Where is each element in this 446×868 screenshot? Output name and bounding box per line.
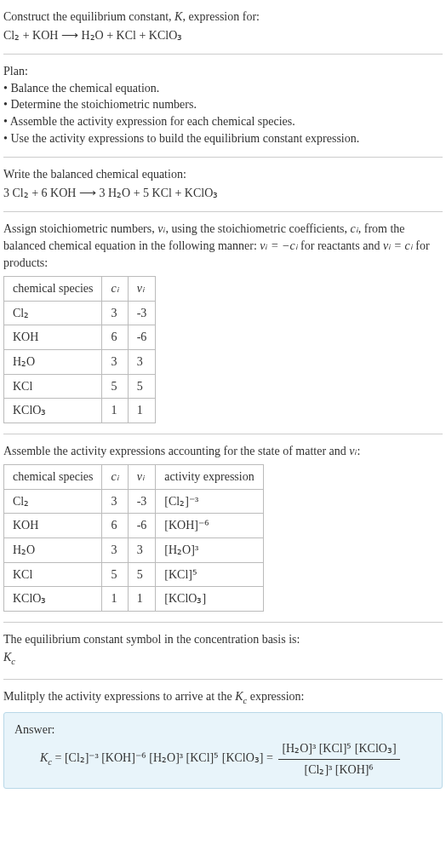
divider bbox=[3, 211, 443, 212]
cell-species: KOH bbox=[4, 514, 102, 538]
col-ci: cᵢ bbox=[102, 277, 128, 302]
col-nu: νᵢ bbox=[128, 277, 156, 302]
eq-rhs: H₂O + KCl + KClO₃ bbox=[81, 29, 182, 42]
cell-species: Cl₂ bbox=[4, 489, 102, 514]
cell-species: H₂O bbox=[4, 349, 102, 374]
activity-table: chemical species cᵢ νᵢ activity expressi… bbox=[3, 464, 264, 612]
cell-nu: 1 bbox=[128, 399, 156, 423]
cell-species: KCl bbox=[4, 374, 102, 399]
cell-species: KClO₃ bbox=[4, 399, 102, 423]
cell-nu: -6 bbox=[128, 325, 156, 350]
ci-symbol: cᵢ bbox=[351, 222, 358, 235]
nu-symbol: νᵢ bbox=[349, 445, 357, 457]
cell-nu: 3 bbox=[128, 349, 156, 374]
cell-species: H₂O bbox=[4, 538, 102, 563]
divider bbox=[3, 157, 443, 158]
fraction-denominator: [Cl₂]³ [KOH]⁶ bbox=[278, 760, 399, 779]
answer-label: Answer: bbox=[14, 721, 432, 739]
stoich-table: chemical species cᵢ νᵢ Cl₂3-3 KOH6-6 H₂O… bbox=[3, 276, 156, 423]
col-ci: cᵢ bbox=[102, 465, 128, 490]
cell-ci: 5 bbox=[102, 562, 128, 587]
final-title: Mulitply the activity expressions to arr… bbox=[3, 688, 443, 707]
prompt-K: K bbox=[174, 10, 182, 23]
cell-ci: 1 bbox=[102, 587, 128, 612]
plan-bullet: • Balance the chemical equation. bbox=[3, 80, 443, 97]
basis-symbol: Kc bbox=[3, 649, 443, 668]
activity-title: Assemble the activity expressions accoun… bbox=[3, 443, 443, 460]
divider bbox=[3, 54, 443, 55]
cell-nu: -6 bbox=[128, 514, 156, 538]
cell-ci: 3 bbox=[102, 301, 128, 325]
cell-activity: [H₂O]³ bbox=[156, 538, 263, 563]
table-row: H₂O33 bbox=[4, 349, 156, 374]
table-row: KOH6-6 bbox=[4, 325, 156, 350]
divider bbox=[3, 622, 443, 623]
arrow-icon: ⟶ bbox=[79, 186, 96, 199]
stoich-section: Assign stoichiometric numbers, νᵢ, using… bbox=[3, 221, 443, 423]
cell-nu: 5 bbox=[128, 562, 156, 587]
Kc: K bbox=[235, 690, 243, 703]
table-row: KClO₃11 bbox=[4, 399, 156, 423]
cell-species: KClO₃ bbox=[4, 587, 102, 612]
divider bbox=[3, 434, 443, 434]
text: , using the stoichiometric coefficients, bbox=[165, 222, 350, 235]
cell-activity: [KClO₃] bbox=[156, 587, 263, 612]
balanced-equation: 3 Cl₂ + 6 KOH ⟶ 3 H₂O + 5 KCl + KClO₃ bbox=[3, 185, 443, 202]
cell-species: KCl bbox=[4, 562, 102, 587]
divider bbox=[3, 679, 443, 680]
K: K bbox=[3, 651, 11, 664]
basis-title: The equilibrium constant symbol in the c… bbox=[3, 631, 443, 648]
final-section: Mulitply the activity expressions to arr… bbox=[3, 688, 443, 789]
plan-bullet: • Determine the stoichiometric numbers. bbox=[3, 96, 443, 113]
fraction: [H₂O]³ [KCl]⁵ [KClO₃][Cl₂]³ [KOH]⁶ bbox=[278, 740, 399, 778]
fraction-numerator: [H₂O]³ [KCl]⁵ [KClO₃] bbox=[278, 740, 399, 760]
stoich-intro: Assign stoichiometric numbers, νᵢ, using… bbox=[3, 221, 443, 271]
balanced-section: Write the balanced chemical equation: 3 … bbox=[3, 166, 443, 201]
cell-ci: 1 bbox=[102, 399, 128, 423]
balanced-rhs: 3 H₂O + 5 KCl + KClO₃ bbox=[99, 187, 218, 199]
arrow-icon: ⟶ bbox=[61, 28, 78, 42]
prompt-text-b: , expression for: bbox=[182, 10, 260, 23]
table-row: Cl₂3-3[Cl₂]⁻³ bbox=[4, 489, 264, 514]
plan-title: Plan: bbox=[3, 63, 443, 80]
cell-ci: 6 bbox=[102, 325, 128, 350]
cell-activity: [KCl]⁵ bbox=[156, 562, 263, 587]
balanced-lhs: 3 Cl₂ + 6 KOH bbox=[3, 187, 76, 199]
unbalanced-equation: Cl₂ + KOH ⟶ H₂O + KCl + KClO₃ bbox=[3, 27, 443, 44]
text: for reactants and bbox=[298, 239, 383, 252]
table-row: H₂O33[H₂O]³ bbox=[4, 538, 264, 563]
table-row: KOH6-6[KOH]⁻⁶ bbox=[4, 514, 264, 538]
plan-bullet: • Assemble the activity expression for e… bbox=[3, 113, 443, 130]
col-nu: νᵢ bbox=[128, 465, 156, 490]
prompt-section: Construct the equilibrium constant, K, e… bbox=[3, 9, 443, 43]
text: expression: bbox=[247, 690, 304, 703]
cell-ci: 3 bbox=[102, 489, 128, 514]
cell-nu: 1 bbox=[128, 587, 156, 612]
table-header-row: chemical species cᵢ νᵢ bbox=[4, 277, 156, 302]
K-subscript: c bbox=[11, 657, 15, 666]
table-row: KCl55[KCl]⁵ bbox=[4, 562, 264, 587]
cell-ci: 3 bbox=[102, 349, 128, 374]
table-row: KCl55 bbox=[4, 374, 156, 399]
cell-species: Cl₂ bbox=[4, 301, 102, 325]
plan-section: Plan: • Balance the chemical equation. •… bbox=[3, 63, 443, 147]
prompt-text: Construct the equilibrium constant, bbox=[3, 10, 174, 23]
relation: νᵢ = −cᵢ bbox=[260, 239, 297, 252]
cell-ci: 6 bbox=[102, 514, 128, 538]
cell-ci: 3 bbox=[102, 538, 128, 563]
text: Assemble the activity expressions accoun… bbox=[3, 445, 349, 457]
cell-species: KOH bbox=[4, 325, 102, 350]
text: Mulitply the activity expressions to arr… bbox=[3, 690, 235, 703]
relation: νᵢ = cᵢ bbox=[383, 239, 413, 252]
cell-nu: 3 bbox=[128, 538, 156, 563]
cell-nu: -3 bbox=[128, 489, 156, 514]
col-species: chemical species bbox=[4, 465, 102, 490]
answer-box: Answer: Kc = [Cl₂]⁻³ [KOH]⁻⁶ [H₂O]³ [KCl… bbox=[3, 712, 443, 789]
answer-equation: Kc = [Cl₂]⁻³ [KOH]⁻⁶ [H₂O]³ [KCl]⁵ [KClO… bbox=[14, 740, 432, 778]
activity-section: Assemble the activity expressions accoun… bbox=[3, 443, 443, 612]
eq-lhs: Cl₂ + KOH bbox=[3, 29, 58, 42]
basis-section: The equilibrium constant symbol in the c… bbox=[3, 631, 443, 669]
balanced-title: Write the balanced chemical equation: bbox=[3, 166, 443, 183]
table-row: KClO₃11[KClO₃] bbox=[4, 587, 264, 612]
cell-activity: [KOH]⁻⁶ bbox=[156, 514, 263, 538]
